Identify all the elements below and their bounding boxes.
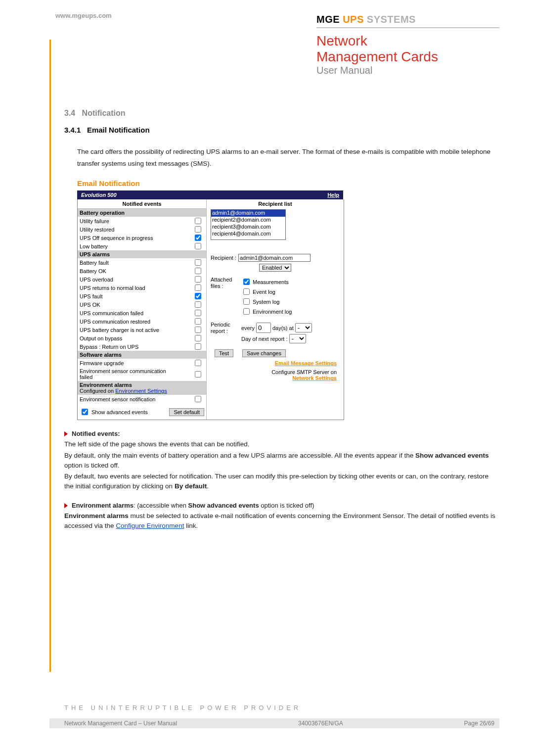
section-number: 3.4 bbox=[64, 109, 75, 117]
subsection-name: Email Notification bbox=[87, 126, 150, 134]
bullet-environment-alarms: Environment alarms: (accessible when Sho… bbox=[64, 502, 499, 509]
doc-title: Network Management Cards User Manual bbox=[316, 33, 499, 76]
event-checkbox[interactable] bbox=[195, 268, 201, 274]
category-battery: Battery operation bbox=[78, 209, 206, 217]
event-checkbox[interactable] bbox=[195, 371, 201, 378]
event-row: UPS communication restored bbox=[78, 317, 206, 326]
recipient-label: Recipient : bbox=[211, 255, 236, 261]
env-sub-a: Configured on bbox=[80, 388, 115, 394]
event-checkbox[interactable] bbox=[195, 243, 201, 249]
periodic-every-b: day(s) at bbox=[272, 325, 294, 331]
event-label: UPS returns to normal load bbox=[80, 285, 145, 291]
event-checkbox[interactable] bbox=[195, 301, 201, 308]
configure-environment-link[interactable]: Configure Environment bbox=[116, 522, 184, 529]
periodic-report: Periodic report : every day(s) at - Day … bbox=[211, 322, 340, 344]
attached-files: Attached files : Measurements Event log … bbox=[211, 277, 340, 317]
periodic-every-input[interactable] bbox=[256, 323, 271, 333]
periodic-next-label: Day of next report : bbox=[241, 336, 288, 342]
periodic-every-a: every bbox=[241, 325, 255, 331]
network-settings-link[interactable]: Network Settings bbox=[292, 375, 337, 381]
event-row: Environment sensor notification bbox=[78, 395, 206, 403]
recipient-item[interactable]: recipient4@domain.com bbox=[211, 231, 285, 237]
show-advanced-checkbox[interactable] bbox=[82, 409, 88, 415]
event-checkbox[interactable] bbox=[195, 327, 201, 333]
recipient-list-header: Recipient list bbox=[211, 199, 340, 208]
attached-checkbox[interactable] bbox=[243, 279, 250, 285]
environment-settings-link[interactable]: Environment Settings bbox=[115, 388, 167, 394]
periodic-next-select[interactable]: - bbox=[289, 334, 306, 343]
event-row: Environment sensor communication failed bbox=[78, 367, 206, 381]
set-default-button[interactable]: Set default bbox=[169, 408, 204, 416]
attached-item-label: Measurements bbox=[253, 279, 289, 285]
site-url: www.mgeups.com bbox=[55, 12, 112, 19]
event-checkbox[interactable] bbox=[195, 276, 201, 283]
event-checkbox[interactable] bbox=[195, 318, 201, 325]
event-checkbox[interactable] bbox=[195, 343, 201, 350]
event-label: UPS overload bbox=[80, 277, 113, 283]
paragraph: The left side of the page shows the even… bbox=[64, 439, 499, 449]
event-label: UPS Off sequence in progress bbox=[80, 235, 153, 241]
panel-title: Email Notification bbox=[77, 179, 499, 188]
email-message-settings-link[interactable]: Email Message Settings bbox=[275, 360, 337, 366]
event-row: UPS returns to normal load bbox=[78, 284, 206, 292]
event-row: Battery fault bbox=[78, 258, 206, 267]
events-bottom-row: Show advanced events Set default bbox=[78, 403, 206, 420]
test-button[interactable]: Test bbox=[215, 349, 233, 357]
event-checkbox[interactable] bbox=[195, 310, 201, 316]
event-row: UPS fault bbox=[78, 292, 206, 300]
paragraph: By default, two events are selected for … bbox=[64, 472, 499, 492]
brand-systems: SYSTEMS bbox=[367, 14, 416, 25]
paragraph: By default, only the main events of batt… bbox=[64, 451, 499, 471]
event-label: Environment sensor notification bbox=[80, 396, 155, 402]
event-checkbox[interactable] bbox=[195, 226, 201, 233]
brand-header: MGE UPS SYSTEMS Network Management Cards… bbox=[316, 14, 499, 76]
footer-bar: Network Management Card – User Manual 34… bbox=[49, 718, 499, 728]
event-label: Utility failure bbox=[80, 218, 109, 224]
event-checkbox[interactable] bbox=[195, 284, 201, 291]
event-row: Firmware upgrade bbox=[78, 359, 206, 367]
attached-item-label: Event log bbox=[253, 289, 275, 295]
event-label: Low battery bbox=[80, 243, 108, 249]
recipient-list[interactable]: admin1@domain.com recipient2@domain.com … bbox=[211, 209, 286, 240]
event-checkbox[interactable] bbox=[195, 218, 201, 224]
recipient-selected[interactable]: admin1@domain.com bbox=[211, 210, 285, 217]
event-checkbox[interactable] bbox=[195, 396, 201, 402]
event-checkbox[interactable] bbox=[195, 335, 201, 341]
paragraph: Environment alarms must be selected to a… bbox=[64, 511, 499, 531]
device-name: Evolution 500 bbox=[81, 192, 117, 198]
recipient-item[interactable]: recipient2@domain.com bbox=[211, 217, 285, 224]
enabled-select[interactable]: Enabled bbox=[259, 264, 291, 272]
attached-checkbox[interactable] bbox=[243, 288, 250, 295]
periodic-at-select[interactable]: - bbox=[295, 323, 312, 332]
intro-paragraph: The card offers the possibility of redir… bbox=[77, 146, 499, 169]
attached-item-label: Environment log bbox=[253, 309, 292, 315]
event-row: Low battery bbox=[78, 242, 206, 250]
event-checkbox[interactable] bbox=[195, 293, 201, 299]
event-row: UPS communication failed bbox=[78, 309, 206, 317]
env-cat-label: Environment alarms bbox=[80, 382, 132, 388]
recipient-column: Recipient list admin1@domain.com recipie… bbox=[207, 199, 344, 420]
recipient-item[interactable]: recipient3@domain.com bbox=[211, 224, 285, 231]
footer-center: 34003676EN/GA bbox=[298, 720, 343, 727]
show-advanced-label: Show advanced events bbox=[91, 409, 148, 415]
event-checkbox[interactable] bbox=[195, 235, 201, 241]
attached-checkbox[interactable] bbox=[243, 298, 250, 305]
recipient-input[interactable] bbox=[238, 254, 311, 262]
event-label: UPS fault bbox=[80, 293, 102, 299]
event-checkbox[interactable] bbox=[195, 360, 201, 366]
panel-top-bar: Evolution 500 Help bbox=[77, 190, 343, 199]
notified-events-header: Notified events bbox=[78, 199, 206, 209]
bullet-title: Notified events: bbox=[72, 430, 120, 437]
event-label: Firmware upgrade bbox=[80, 360, 124, 366]
event-checkbox[interactable] bbox=[195, 259, 201, 266]
notified-events-column: Notified events Battery operation Utilit… bbox=[78, 199, 207, 420]
attached-item-label: System log bbox=[253, 299, 279, 305]
bullet-icon bbox=[64, 503, 68, 508]
help-link[interactable]: Help bbox=[327, 192, 339, 198]
save-changes-button[interactable]: Save changes bbox=[242, 349, 286, 357]
section-heading: 3.4 Notification bbox=[64, 109, 499, 118]
event-label: UPS battery charger is not active bbox=[80, 327, 159, 333]
attached-checkbox[interactable] bbox=[243, 308, 250, 315]
event-row: Utility restored bbox=[78, 225, 206, 234]
smtp-note: Configure SMTP Server on bbox=[211, 369, 337, 375]
